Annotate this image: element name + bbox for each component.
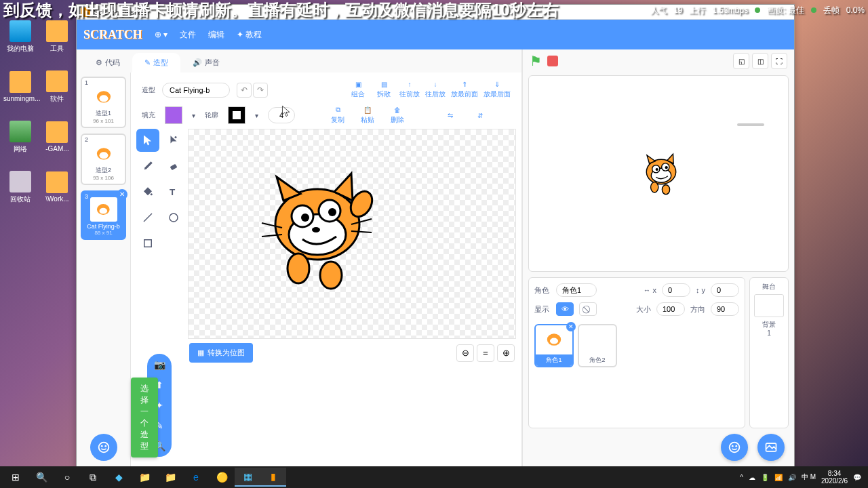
- stroke-width-input[interactable]: [268, 107, 295, 123]
- costume-item-3[interactable]: 3 ✕ Cat Flying-b 88 x 91: [81, 190, 126, 240]
- desktop-icon-work[interactable]: \Work...: [40, 171, 74, 203]
- zoom-in-button[interactable]: ⊕: [497, 344, 515, 362]
- desktop-icon-network[interactable]: 网络: [3, 121, 37, 154]
- convert-bitmap-button[interactable]: ▦ 转换为位图: [189, 343, 253, 363]
- edit-menu[interactable]: 编辑: [208, 29, 224, 41]
- tab-sounds[interactable]: 🔊声音: [180, 53, 232, 73]
- back-button[interactable]: ⇓放最后面: [484, 81, 511, 99]
- paste-button[interactable]: 📋粘贴: [357, 106, 378, 125]
- ungroup-button[interactable]: ▤拆散: [374, 81, 394, 99]
- taskbar-chrome[interactable]: 🟡: [209, 468, 235, 487]
- svg-point-28: [320, 262, 342, 289]
- tray-up-icon[interactable]: ^: [740, 474, 743, 481]
- taskbar-clock[interactable]: 8:342020/2/6: [821, 470, 848, 485]
- copy-button[interactable]: ⧉复制: [328, 106, 348, 125]
- taskview-button[interactable]: ⧉: [80, 468, 106, 487]
- hide-sprite-button[interactable]: ⃠: [579, 302, 597, 316]
- tray-cloud-icon[interactable]: ☁: [749, 474, 755, 481]
- flip-h-button[interactable]: ⇋: [440, 112, 460, 119]
- desktop-icon-software[interactable]: 软件: [40, 70, 74, 104]
- small-stage-button[interactable]: ◱: [733, 53, 749, 69]
- svg-point-37: [662, 185, 669, 195]
- taskbar-app-1[interactable]: ◆: [106, 468, 132, 487]
- desktop-icon-gam[interactable]: -GAM...: [40, 121, 74, 152]
- costume-name-input[interactable]: [162, 83, 230, 98]
- fill-color-swatch[interactable]: [165, 106, 182, 124]
- desktop-icon-recycle[interactable]: 回收站: [3, 171, 37, 204]
- taskbar-edge[interactable]: e: [183, 468, 209, 487]
- search-button[interactable]: 🔍: [28, 468, 54, 487]
- stage-panel[interactable]: 舞台 背景 1: [749, 277, 789, 428]
- svg-point-36: [651, 182, 658, 192]
- redo-button[interactable]: ↷: [253, 83, 268, 98]
- add-backdrop-button[interactable]: [757, 434, 785, 461]
- brush-tool[interactable]: [136, 155, 159, 178]
- tutorials-menu[interactable]: ✦ 教程: [237, 29, 262, 41]
- delete-sprite-icon[interactable]: ✕: [566, 322, 576, 331]
- tray-volume-icon[interactable]: 🔊: [788, 474, 796, 481]
- camera-tool-icon[interactable]: 📷: [154, 359, 165, 370]
- select-tool[interactable]: [136, 129, 159, 152]
- fullscreen-button[interactable]: ⛶: [771, 53, 787, 69]
- banner-text: 到反馈，如出现直播卡顿请刷新。直播有延时，互动及微信消息要隔10秒左右: [3, 0, 559, 21]
- add-sprite-button[interactable]: [721, 434, 748, 461]
- cortana-button[interactable]: ○: [54, 468, 80, 487]
- undo-button[interactable]: ↶: [237, 83, 252, 98]
- sprite-name-input[interactable]: [556, 283, 597, 297]
- taskbar-explorer[interactable]: 📁: [132, 468, 157, 487]
- circle-tool[interactable]: [162, 206, 185, 229]
- group-button[interactable]: ▣组合: [348, 81, 368, 99]
- flip-v-button[interactable]: ⇵: [470, 112, 490, 119]
- stage-resize-handle[interactable]: [737, 123, 764, 126]
- reshape-tool[interactable]: [162, 129, 185, 152]
- stage[interactable]: [528, 75, 789, 272]
- large-stage-button[interactable]: ◫: [752, 53, 768, 69]
- line-tool[interactable]: [136, 206, 159, 229]
- desktop-icon-mypc[interactable]: 我的电脑: [3, 20, 37, 54]
- system-tray[interactable]: ^ ☁ 🔋 📶 🔊 中 M 8:342020/2/6 💬: [740, 470, 865, 485]
- eraser-tool[interactable]: [162, 155, 185, 178]
- tray-notifications-icon[interactable]: 💬: [853, 474, 861, 481]
- desktop-icon-user[interactable]: sunmingm...: [3, 71, 37, 102]
- zoom-out-button[interactable]: ⊖: [456, 344, 474, 362]
- stream-banner: 到反馈，如出现直播卡顿请刷新。直播有延时，互动及微信消息要隔10秒左右 人气 1…: [0, 0, 868, 20]
- sprite-thumb-2[interactable]: 角色2: [578, 324, 617, 367]
- sprite-size-input[interactable]: [656, 302, 685, 316]
- stop-button[interactable]: [547, 56, 558, 66]
- taskbar-scratch[interactable]: ▦: [235, 468, 260, 487]
- backward-button[interactable]: ↓往后放: [425, 81, 446, 99]
- sprite-x-input[interactable]: [662, 283, 690, 297]
- svg-point-5: [99, 208, 107, 214]
- tab-code[interactable]: ⚙代码: [83, 53, 132, 73]
- rect-tool[interactable]: [136, 232, 159, 255]
- sprite-thumb-1[interactable]: ✕ 角色1: [534, 324, 574, 367]
- tab-costumes[interactable]: ✎造型: [132, 53, 180, 73]
- file-menu[interactable]: 文件: [180, 29, 196, 41]
- desktop-icon-tools[interactable]: 工具: [40, 20, 74, 54]
- add-costume-button[interactable]: [90, 434, 117, 461]
- paint-canvas[interactable]: [188, 129, 516, 339]
- tray-battery-icon[interactable]: 🔋: [761, 474, 769, 481]
- text-tool[interactable]: T: [162, 180, 185, 203]
- tray-wifi-icon[interactable]: 📶: [774, 474, 783, 481]
- costume-item-1[interactable]: 1 造型1 96 x 101: [81, 77, 126, 128]
- front-button[interactable]: ⇑放最前面: [451, 81, 478, 99]
- start-button[interactable]: ⊞: [3, 468, 28, 487]
- forward-button[interactable]: ↑往前放: [399, 81, 420, 99]
- stroke-color-swatch[interactable]: [228, 106, 245, 124]
- delete-costume-icon[interactable]: ✕: [117, 189, 127, 200]
- delete-button[interactable]: 🗑删除: [387, 106, 408, 125]
- svg-point-21: [328, 208, 336, 216]
- sprite-y-input[interactable]: [711, 283, 739, 297]
- tray-ime[interactable]: 中 M: [802, 472, 816, 482]
- green-flag-icon[interactable]: ⚑: [530, 53, 542, 69]
- costume-item-2[interactable]: 2 造型2 93 x 106: [81, 134, 126, 185]
- taskbar-explorer2[interactable]: 📁: [157, 468, 183, 487]
- sprite-direction-input[interactable]: [711, 302, 739, 316]
- zoom-reset-button[interactable]: =: [477, 344, 494, 362]
- taskbar-app-2[interactable]: ▮: [260, 468, 286, 487]
- sprite-canvas-image: [250, 163, 385, 299]
- fill-tool[interactable]: [136, 180, 159, 203]
- language-menu[interactable]: ⊕ ▾: [155, 30, 167, 39]
- show-sprite-button[interactable]: 👁: [556, 302, 574, 316]
